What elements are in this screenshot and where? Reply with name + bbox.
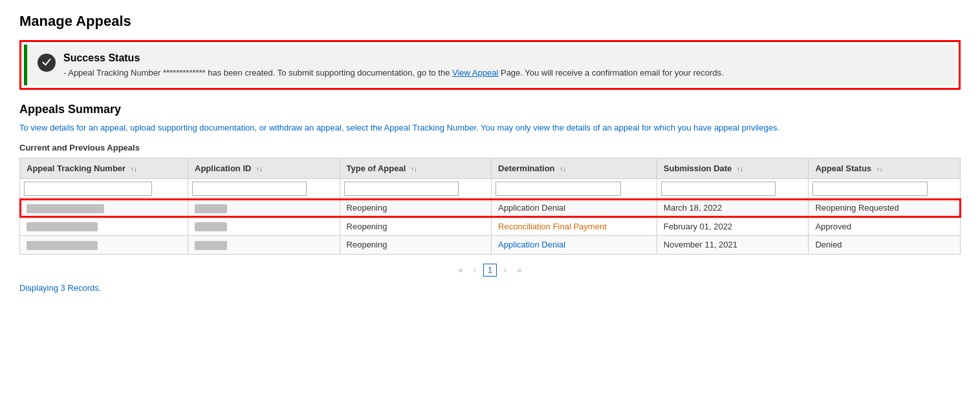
success-content: Success Status - Appeal Tracking Number … [63, 52, 946, 78]
row2-application-id [188, 217, 340, 236]
pagination-next-icon[interactable]: › [501, 264, 510, 276]
table-row: Reopening Application Denial March 18, 2… [20, 199, 961, 218]
row3-determination-text: Application Denial [498, 240, 565, 249]
success-box: Success Status - Appeal Tracking Number … [24, 45, 956, 85]
col-type-of-appeal-label: Type of Appeal [347, 163, 406, 173]
displaying-records-text: Displaying 3 Records. [19, 283, 961, 293]
filter-application-id-cell [188, 179, 340, 199]
col-appeal-status-label: Appeal Status [815, 163, 871, 173]
col-application-id[interactable]: Application ID ↑↓ [188, 158, 340, 179]
filter-application-id-input[interactable] [192, 182, 307, 196]
redacted-application-id-3 [195, 241, 227, 250]
row1-tracking-number [20, 199, 188, 218]
col-application-id-label: Application ID [195, 163, 251, 173]
row2-determination: Reconciliation Final Payment [492, 217, 657, 236]
filter-appeal-status-cell [809, 179, 961, 199]
pagination-prev-icon[interactable]: ‹ [470, 264, 479, 276]
appeals-table: Appeal Tracking Number ↑↓ Application ID… [19, 158, 961, 255]
sort-application-id-icon[interactable]: ↑↓ [256, 165, 263, 173]
sort-type-of-appeal-icon[interactable]: ↑↓ [411, 165, 417, 173]
table-row: Reopening Reconciliation Final Payment F… [20, 217, 961, 236]
redacted-tracking-number-2 [27, 222, 98, 231]
col-submission-date[interactable]: Submission Date ↑↓ [657, 158, 809, 179]
row1-submission-date: March 18, 2022 [657, 199, 809, 218]
row2-type-of-appeal: Reopening [340, 217, 492, 236]
appeals-summary-title: Appeals Summary [19, 103, 961, 116]
success-message-prefix: - Appeal Tracking Number ************* h… [63, 68, 452, 78]
pagination: « ‹ 1 › » [19, 264, 961, 277]
success-message-suffix: Page. You will receive a confirmation em… [498, 68, 723, 78]
view-appeal-link[interactable]: View Appeal [452, 68, 498, 78]
pagination-first-icon[interactable]: « [455, 264, 466, 276]
row1-determination: Application Denial [492, 199, 657, 218]
sort-appeal-status-icon[interactable]: ↑↓ [877, 165, 883, 173]
table-row: Reopening Application Denial November 11… [20, 236, 961, 255]
filter-tracking-number-cell [20, 179, 188, 199]
table-header-row: Appeal Tracking Number ↑↓ Application ID… [20, 158, 961, 179]
row2-tracking-number [20, 217, 188, 236]
appeals-instructions: To view details for an appeal, upload su… [19, 123, 961, 132]
row3-determination: Application Denial [492, 236, 657, 255]
col-determination-label: Determination [498, 163, 554, 173]
row2-appeal-status: Approved [809, 217, 961, 236]
sort-determination-icon[interactable]: ↑↓ [560, 165, 566, 173]
redacted-application-id-1 [195, 204, 227, 213]
col-type-of-appeal[interactable]: Type of Appeal ↑↓ [340, 158, 492, 179]
page-title: Manage Appeals [19, 13, 961, 30]
row3-type-of-appeal: Reopening [340, 236, 492, 255]
row1-type-of-appeal: Reopening [340, 199, 492, 218]
filter-row [20, 179, 961, 199]
row3-application-id [188, 236, 340, 255]
sort-submission-date-icon[interactable]: ↑↓ [737, 165, 743, 173]
filter-appeal-status-input[interactable] [812, 182, 927, 196]
success-message: - Appeal Tracking Number ************* h… [63, 68, 946, 78]
pagination-last-icon[interactable]: » [514, 264, 525, 276]
filter-type-of-appeal-input[interactable] [344, 182, 459, 196]
filter-submission-date-cell [657, 179, 809, 199]
filter-determination-cell [492, 179, 657, 199]
redacted-tracking-number-1 [27, 204, 104, 213]
success-checkmark-icon [38, 54, 56, 72]
redacted-application-id-2 [195, 222, 227, 231]
col-appeal-status[interactable]: Appeal Status ↑↓ [809, 158, 961, 179]
row2-determination-text: Reconciliation Final Payment [498, 222, 607, 231]
success-box-wrapper: Success Status - Appeal Tracking Number … [19, 40, 961, 90]
filter-determination-input[interactable] [495, 182, 621, 196]
success-title: Success Status [63, 52, 946, 64]
row2-submission-date: February 01, 2022 [657, 217, 809, 236]
filter-submission-date-input[interactable] [661, 182, 776, 196]
row1-application-id [188, 199, 340, 218]
col-determination[interactable]: Determination ↑↓ [492, 158, 657, 179]
filter-type-of-appeal-cell [340, 179, 492, 199]
row1-appeal-status: Reopening Requested [809, 199, 961, 218]
row3-appeal-status: Denied [809, 236, 961, 255]
col-tracking-number[interactable]: Appeal Tracking Number ↑↓ [20, 158, 188, 179]
col-tracking-number-label: Appeal Tracking Number [27, 163, 125, 173]
row3-tracking-number [20, 236, 188, 255]
sort-tracking-number-icon[interactable]: ↑↓ [131, 165, 137, 173]
col-submission-date-label: Submission Date [664, 163, 732, 173]
row3-submission-date: November 11, 2021 [657, 236, 809, 255]
pagination-page-1-button[interactable]: 1 [483, 264, 497, 277]
filter-tracking-number-input[interactable] [24, 182, 152, 196]
redacted-tracking-number-3 [27, 241, 98, 250]
table-label: Current and Previous Appeals [19, 143, 961, 153]
